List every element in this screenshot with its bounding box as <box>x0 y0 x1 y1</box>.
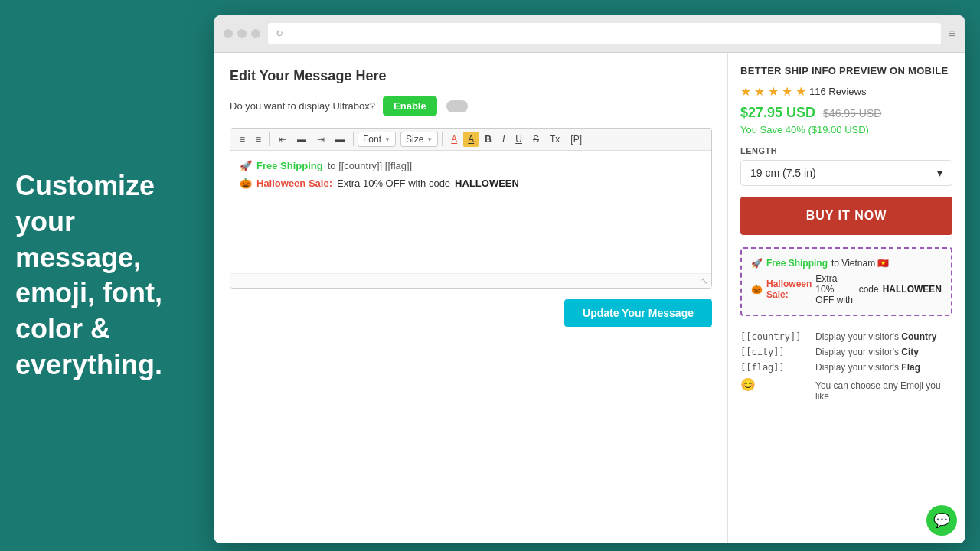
browser-content: Edit Your Message Here Do you want to di… <box>214 53 965 543</box>
var-desc-city: Display your visitor's City <box>815 347 919 357</box>
preview-line2-sale: Halloween Sale: <box>766 279 812 300</box>
align-justify-icon: ▬ <box>335 134 345 145</box>
enable-toggle[interactable] <box>446 100 468 112</box>
font-caret-icon: ▼ <box>384 136 390 143</box>
ultrabox-row: Do you want to display Ultrabox? Enable <box>230 96 712 116</box>
preview-line2-code-prefix: code <box>859 284 879 295</box>
editor-title: Edit Your Message Here <box>230 68 712 84</box>
font-color-button[interactable]: A <box>446 132 462 147</box>
spinner-icon: ↻ <box>276 28 283 39</box>
variable-table: [[country]] Display your visitor's Count… <box>740 331 952 402</box>
original-price: $46.95 USD <box>823 107 881 119</box>
align-left-icon: ⇤ <box>279 134 286 145</box>
preview-line1-highlight: Free Shipping <box>766 258 828 269</box>
var-tag-flag: [[flag]] <box>740 362 809 373</box>
length-caret-icon: ▾ <box>937 167 942 179</box>
unordered-list-icon: ≡ <box>256 134 261 145</box>
star-1: ★ <box>740 84 751 99</box>
price-row: $27.95 USD $46.95 USD <box>740 105 952 121</box>
browser-chrome: ↻ ≡ <box>214 15 965 53</box>
product-panel: BETTER SHIP INFO PREVIEW ON MOBILE ★ ★ ★… <box>727 53 965 543</box>
hero-text: Customize your message, emoji, font, col… <box>15 168 191 383</box>
remove-format-icon: Tx <box>550 134 560 145</box>
strikethrough-icon: S <box>533 134 539 145</box>
current-price: $27.95 USD <box>740 105 815 121</box>
browser-dot-3 <box>251 29 260 38</box>
align-justify-button[interactable]: ▬ <box>331 132 349 147</box>
preview-line2-rest: Extra 10% OFF with <box>815 273 854 305</box>
enable-button[interactable]: Enable <box>383 96 437 116</box>
var-row-flag: [[flag]] Display your visitor's Flag <box>740 362 952 373</box>
line2-sale-label: Halloween Sale: <box>256 178 332 189</box>
chat-bubble-icon: 💬 <box>933 512 950 529</box>
align-left-button[interactable]: ⇤ <box>274 132 291 147</box>
strikethrough-button[interactable]: S <box>528 132 544 147</box>
line2-rest: Extra 10% OFF with code <box>337 178 450 189</box>
star-3: ★ <box>768 84 779 99</box>
var-tag-emoji: 😊 <box>740 377 809 392</box>
editor-panel: Edit Your Message Here Do you want to di… <box>214 53 727 543</box>
content-line-2: 🎃 Halloween Sale: Extra 10% OFF with cod… <box>240 178 702 189</box>
underline-button[interactable]: U <box>511 132 527 147</box>
align-right-button[interactable]: ⇥ <box>312 132 329 147</box>
length-label: LENGTH <box>740 146 952 155</box>
var-row-country: [[country]] Display your visitor's Count… <box>740 331 952 342</box>
rte-body[interactable]: 🚀 Free Shipping to [[country]] [[flag]] … <box>230 151 711 273</box>
var-tag-city: [[city]] <box>740 347 809 357</box>
highlight-color-icon: A <box>468 134 474 145</box>
underline-icon: U <box>515 134 522 145</box>
savings-text: You Save 40% ($19.00 USD) <box>740 124 952 135</box>
address-bar[interactable]: ↻ <box>268 23 941 44</box>
browser-dot-2 <box>237 29 247 38</box>
chat-bubble[interactable]: 💬 <box>926 505 957 536</box>
unordered-list-button[interactable]: ≡ <box>251 132 266 147</box>
list-buttons-group: ≡ ≡ <box>235 132 266 147</box>
font-label: Font <box>363 134 381 145</box>
var-tag-country: [[country]] <box>740 331 809 342</box>
toolbar-separator-2 <box>353 132 354 146</box>
length-value: 19 cm (7.5 in) <box>750 167 816 179</box>
preview-line-1: 🚀 Free Shipping to Vietnam 🇻🇳 <box>751 258 942 269</box>
rte-resize-handle[interactable]: ⤡ <box>230 273 711 288</box>
rte-editor: ≡ ≡ ⇤ ▬ <box>230 128 712 289</box>
browser-menu-icon[interactable]: ≡ <box>949 27 956 41</box>
font-dropdown[interactable]: Font ▼ <box>358 132 396 147</box>
browser-dots <box>224 29 260 38</box>
resize-icon: ⤡ <box>701 276 708 286</box>
line1-emoji: 🚀 <box>240 160 252 171</box>
var-desc-country: Display your visitor's Country <box>815 331 936 342</box>
preview-line-2: 🎃 Halloween Sale: Extra 10% OFF with cod… <box>751 273 942 305</box>
bold-button[interactable]: B <box>480 132 496 147</box>
buy-now-button[interactable]: BUY IT NOW <box>740 197 952 235</box>
length-select[interactable]: 19 cm (7.5 in) ▾ <box>740 160 952 186</box>
rte-toolbar: ≡ ≡ ⇤ ▬ <box>230 129 711 151</box>
size-label: Size <box>406 134 423 145</box>
ultrabox-question: Do you want to display Ultrabox? <box>230 100 375 112</box>
star-4: ★ <box>782 84 792 99</box>
toolbar-separator-1 <box>270 132 270 146</box>
ordered-list-button[interactable]: ≡ <box>235 132 250 147</box>
placeholder-button[interactable]: [P] <box>566 132 586 147</box>
var-row-emoji: 😊 You can choose any Emoji you like <box>740 377 952 402</box>
content-line-1: 🚀 Free Shipping to [[country]] [[flag]] <box>240 160 702 171</box>
remove-format-button[interactable]: Tx <box>545 132 564 147</box>
preview-line1-emoji: 🚀 <box>751 258 763 269</box>
toolbar-separator-3 <box>442 132 443 146</box>
align-center-button[interactable]: ▬ <box>292 132 311 147</box>
preview-line2-emoji: 🎃 <box>751 284 763 295</box>
star-5: ★ <box>795 84 806 99</box>
align-right-icon: ⇥ <box>317 134 325 145</box>
product-title: BETTER SHIP INFO PREVIEW ON MOBILE <box>740 65 952 77</box>
var-desc-emoji: You can choose any Emoji you like <box>815 380 952 402</box>
highlight-color-button[interactable]: A <box>463 132 479 147</box>
reviews-count: 116 Reviews <box>809 86 866 97</box>
size-dropdown[interactable]: Size ▼ <box>400 132 438 147</box>
italic-icon: I <box>502 134 505 145</box>
var-row-city: [[city]] Display your visitor's City <box>740 347 952 357</box>
var-desc-flag: Display your visitor's Flag <box>815 362 920 373</box>
star-2: ★ <box>754 84 765 99</box>
update-message-button[interactable]: Update Your Message <box>564 299 712 327</box>
italic-button[interactable]: I <box>498 132 509 147</box>
line2-code: HALLOWEEN <box>455 178 519 189</box>
line1-rest: to [[country]] [[flag]] <box>328 160 413 171</box>
